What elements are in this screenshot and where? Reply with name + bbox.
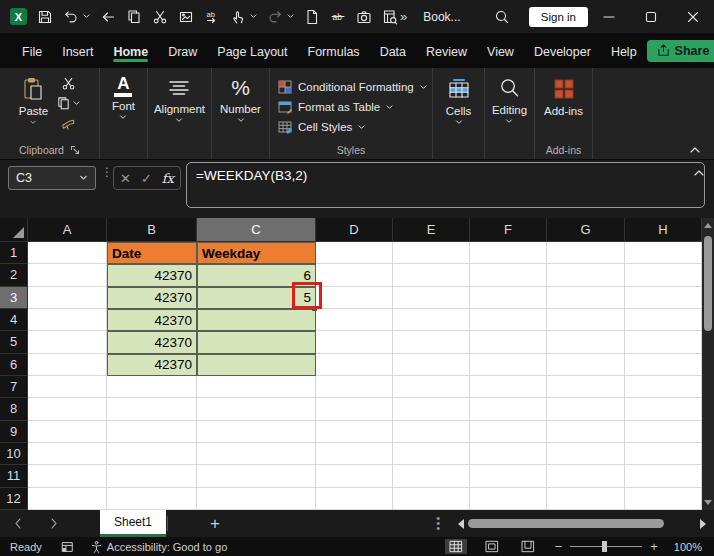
cell-D10[interactable] bbox=[316, 443, 393, 465]
cell-F10[interactable] bbox=[470, 443, 547, 465]
row-header-2[interactable]: 2 bbox=[0, 264, 28, 286]
cell-E9[interactable] bbox=[393, 421, 470, 443]
cell-F11[interactable] bbox=[470, 465, 547, 487]
undo-dropdown-icon[interactable] bbox=[83, 14, 90, 19]
cell-A11[interactable] bbox=[28, 465, 107, 487]
column-header-D[interactable]: D bbox=[316, 218, 393, 242]
view-page-break-icon[interactable] bbox=[517, 539, 539, 554]
minimize-icon[interactable] bbox=[588, 0, 630, 33]
cell-A6[interactable] bbox=[28, 354, 107, 376]
row-header-8[interactable]: 8 bbox=[0, 398, 28, 420]
cells-menu-button[interactable]: Cells bbox=[446, 76, 472, 125]
tab-developer[interactable]: Developer bbox=[524, 37, 601, 65]
zoom-out-icon[interactable]: − bbox=[555, 539, 563, 554]
tab-formulas[interactable]: Formulas bbox=[298, 37, 370, 65]
zoom-slider-thumb[interactable] bbox=[602, 541, 607, 552]
scroll-down-icon[interactable] bbox=[704, 500, 712, 505]
cell-G8[interactable] bbox=[547, 398, 625, 420]
cell-C1[interactable]: Weekday bbox=[197, 242, 316, 264]
cell-B10[interactable] bbox=[107, 443, 197, 465]
cell-C9[interactable] bbox=[197, 421, 316, 443]
tab-help[interactable]: Help bbox=[601, 37, 647, 65]
cell-E12[interactable] bbox=[393, 488, 470, 510]
paste-special-icon[interactable] bbox=[177, 8, 194, 25]
cell-A2[interactable] bbox=[28, 264, 107, 286]
clipboard-dialog-launcher-icon[interactable] bbox=[70, 145, 80, 155]
cell-H4[interactable] bbox=[625, 309, 702, 331]
column-header-G[interactable]: G bbox=[547, 218, 625, 242]
cell-G1[interactable] bbox=[547, 242, 625, 264]
back-icon[interactable] bbox=[99, 8, 116, 25]
tab-insert[interactable]: Insert bbox=[52, 37, 103, 65]
cell-H3[interactable] bbox=[625, 287, 702, 309]
cell-D5[interactable] bbox=[316, 331, 393, 353]
undo-icon[interactable] bbox=[62, 8, 79, 25]
column-header-B[interactable]: B bbox=[107, 218, 197, 242]
tab-page-layout[interactable]: Page Layout bbox=[207, 37, 297, 65]
row-header-12[interactable]: 12 bbox=[0, 488, 28, 510]
cell-E11[interactable] bbox=[393, 465, 470, 487]
copy-icon[interactable] bbox=[125, 8, 142, 25]
cell-F3[interactable] bbox=[470, 287, 547, 309]
cell-H2[interactable] bbox=[625, 264, 702, 286]
cell-F8[interactable] bbox=[470, 398, 547, 420]
copy-button[interactable] bbox=[56, 96, 80, 111]
enter-icon[interactable]: ✓ bbox=[141, 171, 152, 186]
row-header-9[interactable]: 9 bbox=[0, 421, 28, 443]
scroll-left-icon[interactable] bbox=[458, 519, 464, 529]
sign-in-button[interactable]: Sign in bbox=[529, 7, 588, 27]
horizontal-scrollbar-thumb[interactable] bbox=[468, 519, 664, 528]
next-sheet-icon[interactable] bbox=[36, 518, 72, 529]
cell-C4[interactable] bbox=[197, 309, 316, 331]
format-painter-button[interactable] bbox=[61, 116, 76, 131]
share-button[interactable]: Share bbox=[647, 40, 714, 62]
camera-icon[interactable] bbox=[355, 8, 372, 25]
cell-H9[interactable] bbox=[625, 421, 702, 443]
cell-A12[interactable] bbox=[28, 488, 107, 510]
zoom-slider[interactable] bbox=[570, 546, 642, 547]
cell-F4[interactable] bbox=[470, 309, 547, 331]
cell-A8[interactable] bbox=[28, 398, 107, 420]
cell-G4[interactable] bbox=[547, 309, 625, 331]
cell-G7[interactable] bbox=[547, 376, 625, 398]
sheet-tab-sheet1[interactable]: Sheet1 bbox=[100, 510, 166, 537]
row-header-6[interactable]: 6 bbox=[0, 354, 28, 376]
view-normal-icon[interactable] bbox=[445, 539, 467, 554]
name-box[interactable]: C3 bbox=[8, 166, 96, 190]
row-header-10[interactable]: 10 bbox=[0, 443, 28, 465]
cell-F12[interactable] bbox=[470, 488, 547, 510]
column-header-F[interactable]: F bbox=[470, 218, 547, 242]
cell-B3[interactable]: 42370 bbox=[107, 287, 197, 309]
cell-G10[interactable] bbox=[547, 443, 625, 465]
cell-D7[interactable] bbox=[316, 376, 393, 398]
tab-file[interactable]: File bbox=[12, 37, 52, 65]
select-all-corner[interactable] bbox=[0, 218, 28, 242]
cell-A7[interactable] bbox=[28, 376, 107, 398]
new-file-icon[interactable] bbox=[303, 8, 320, 25]
cell-H1[interactable] bbox=[625, 242, 702, 264]
more-commands-icon[interactable]: » bbox=[400, 9, 407, 24]
cell-C10[interactable] bbox=[197, 443, 316, 465]
vertical-scrollbar-thumb[interactable] bbox=[704, 236, 712, 331]
cell-B11[interactable] bbox=[107, 465, 197, 487]
cell-E10[interactable] bbox=[393, 443, 470, 465]
cell-E6[interactable] bbox=[393, 354, 470, 376]
cell-C8[interactable] bbox=[197, 398, 316, 420]
collapse-ribbon-icon[interactable] bbox=[690, 147, 700, 153]
row-header-5[interactable]: 5 bbox=[0, 331, 28, 353]
cell-D11[interactable] bbox=[316, 465, 393, 487]
cut-icon[interactable] bbox=[151, 8, 168, 25]
cell-B1[interactable]: Date bbox=[107, 242, 197, 264]
column-header-A[interactable]: A bbox=[28, 218, 107, 242]
tab-home[interactable]: Home bbox=[103, 37, 158, 65]
cell-B5[interactable]: 42370 bbox=[107, 331, 197, 353]
scroll-right-icon[interactable] bbox=[700, 519, 706, 529]
cell-F9[interactable] bbox=[470, 421, 547, 443]
touch-mode-dropdown-icon[interactable] bbox=[250, 14, 257, 19]
cell-A5[interactable] bbox=[28, 331, 107, 353]
cell-H6[interactable] bbox=[625, 354, 702, 376]
strikethrough-icon[interactable]: ab bbox=[329, 8, 346, 25]
conditional-formatting-button[interactable]: Conditional Formatting bbox=[278, 80, 427, 94]
paste-button[interactable]: Paste bbox=[19, 76, 48, 125]
redo-icon[interactable] bbox=[266, 8, 283, 25]
